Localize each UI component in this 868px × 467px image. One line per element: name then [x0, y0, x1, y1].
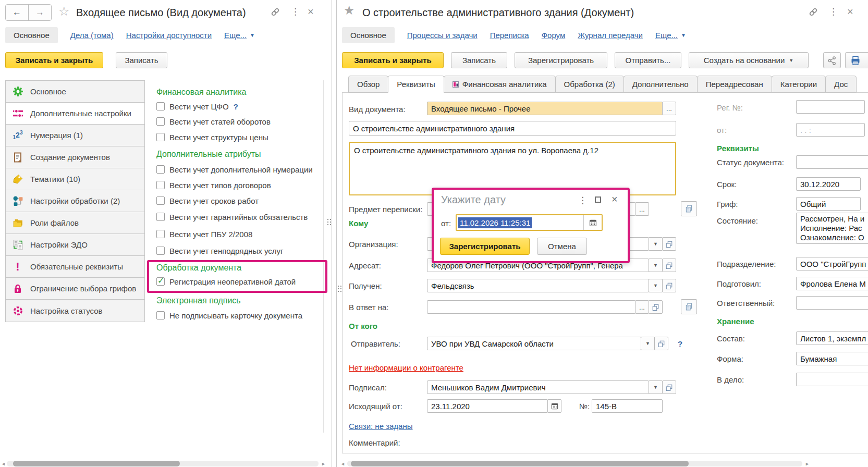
- sidebar-item-edo-settings[interactable]: Настройки ЭДО: [6, 234, 144, 256]
- close-window-icon[interactable]: ×: [308, 6, 314, 17]
- state-field[interactable]: Рассмотрен, На и Исполнение: Рас Ознаком…: [796, 213, 868, 244]
- outgoing-date-field[interactable]: 23.11.2020: [427, 399, 548, 413]
- checkbox-row[interactable]: Регистрация неоперативной датой: [156, 275, 296, 288]
- nav-link-transfer-log[interactable]: Журнал передачи: [578, 31, 643, 40]
- checkbox-row[interactable]: Вести учет статей оборотов: [156, 115, 271, 128]
- sender-help-link[interactable]: ?: [678, 339, 682, 348]
- signed-field[interactable]: Меньшиков Вадим Дмитриевич: [427, 380, 649, 394]
- h-scrollbar-thumb[interactable]: [13, 461, 180, 466]
- tab-requisites[interactable]: Реквизиты: [388, 76, 444, 93]
- grif-field[interactable]: Общий: [796, 197, 861, 211]
- more-menu-icon[interactable]: ⋮: [291, 7, 300, 16]
- no-contractor-link[interactable]: Нет информации о контрагенте: [349, 363, 463, 372]
- sidebar-item-doc-creation[interactable]: Создание документов: [6, 146, 144, 168]
- tab-finance[interactable]: Финансовая аналитика: [444, 76, 556, 93]
- sidebar-item-status-settings[interactable]: Настройка статусов: [6, 300, 144, 322]
- get-link-icon[interactable]: [270, 7, 280, 19]
- checkbox-unchecked-icon[interactable]: [156, 102, 165, 110]
- scroll-left-icon[interactable]: ◄: [340, 461, 345, 466]
- dialog-more-icon[interactable]: ⋮: [578, 196, 587, 205]
- save-close-button[interactable]: Записать и закрыть: [342, 52, 444, 68]
- in-reply-field[interactable]: [427, 300, 635, 314]
- received-dropdown-button[interactable]: ▼: [649, 279, 663, 292]
- save-button[interactable]: Записать: [451, 52, 507, 68]
- reg-number-field[interactable]: [796, 100, 865, 114]
- outgoing-number-field[interactable]: 145-В: [592, 399, 663, 413]
- checkbox-unchecked-icon[interactable]: [156, 133, 165, 141]
- dialog-close-icon[interactable]: ×: [612, 194, 618, 204]
- doc-title-field[interactable]: О строительстве административного здания: [349, 121, 676, 136]
- splitter-handle[interactable]: [338, 286, 341, 292]
- help-question-link[interactable]: ?: [234, 102, 238, 111]
- checkbox-unchecked-icon[interactable]: [156, 213, 165, 221]
- dialog-date-input[interactable]: 11.02.2026 11:25:31: [457, 217, 583, 228]
- checkbox-row[interactable]: Вести учет генподрядных услуг: [156, 244, 283, 257]
- close-window-icon[interactable]: ×: [847, 6, 853, 17]
- checkbox-unchecked-icon[interactable]: [156, 230, 165, 238]
- scroll-left-icon[interactable]: ◄: [1, 461, 6, 466]
- favorite-star-icon[interactable]: ☆: [58, 5, 70, 18]
- send-button[interactable]: Отправить...: [615, 52, 681, 68]
- favorite-star-filled-icon[interactable]: ★: [344, 4, 355, 17]
- sender-open-button[interactable]: [654, 337, 668, 350]
- splitter-handle[interactable]: [327, 219, 331, 225]
- register-button[interactable]: Зарегистрировать: [515, 52, 607, 68]
- doc-type-field[interactable]: Входящее письмо - Прочее: [427, 102, 663, 115]
- sidebar-item-main[interactable]: Основное: [6, 81, 144, 103]
- checkbox-unchecked-icon[interactable]: [156, 181, 165, 189]
- doc-type-select-button[interactable]: ...: [662, 102, 676, 115]
- subject-select-button[interactable]: ...: [635, 202, 649, 216]
- nav-more[interactable]: Еще... ▼: [655, 31, 686, 40]
- nav-link-processes[interactable]: Процессы и задачи: [407, 31, 478, 40]
- checkbox-row[interactable]: Вести учет сроков работ: [156, 194, 259, 207]
- nav-more[interactable]: Еще... ▼: [224, 31, 255, 40]
- more-menu-icon[interactable]: ⋮: [829, 7, 838, 16]
- h-scrollbar-thumb[interactable]: [351, 461, 689, 466]
- contents-field[interactable]: Листов 1, экземпл: [796, 331, 868, 345]
- checkbox-unchecked-icon[interactable]: [156, 247, 165, 255]
- reg-date-field[interactable]: . . :: [796, 123, 865, 137]
- checkbox-unchecked-icon[interactable]: [156, 165, 165, 174]
- organization-dropdown-button[interactable]: ▼: [649, 237, 663, 251]
- dialog-maximize-icon[interactable]: [595, 196, 601, 203]
- checkbox-unchecked-icon[interactable]: [156, 196, 165, 205]
- sidebar-item-topics[interactable]: Тематики (10): [6, 168, 144, 190]
- tab-additional[interactable]: Дополнительно: [624, 76, 698, 93]
- print-button[interactable]: [845, 52, 868, 68]
- due-date-field[interactable]: 30.12.2020: [796, 177, 861, 191]
- checkbox-row[interactable]: Вести учет ПБУ 2/2008: [156, 227, 252, 241]
- sidebar-item-numbering[interactable]: 123 Нумерация (1): [6, 125, 144, 146]
- back-button[interactable]: ←: [6, 5, 29, 20]
- signed-open-button[interactable]: [662, 380, 676, 394]
- nav-link-forum[interactable]: Форум: [542, 31, 566, 40]
- sidebar-item-required-fields[interactable]: ! Обязательные реквизиты: [6, 256, 144, 278]
- sender-dropdown-button[interactable]: ▼: [641, 337, 655, 350]
- nav-link-correspondence[interactable]: Переписка: [490, 31, 529, 40]
- subject-copy-button[interactable]: [681, 201, 697, 216]
- form-kind-field[interactable]: Бумажная: [796, 352, 868, 365]
- dialog-calendar-button[interactable]: [583, 215, 602, 230]
- sender-field[interactable]: УВО при УВД Самарской области: [427, 337, 641, 350]
- dialog-cancel-button[interactable]: Отмена: [537, 238, 587, 255]
- checkbox-unchecked-icon[interactable]: [156, 117, 165, 126]
- checkbox-row[interactable]: Вести учет дополнительной нумерации: [156, 163, 313, 176]
- scroll-right-icon[interactable]: ►: [805, 461, 810, 466]
- received-field[interactable]: Фельдсвязь: [427, 279, 649, 292]
- signed-dropdown-button[interactable]: ▼: [649, 380, 663, 394]
- nav-main-chip[interactable]: Основное: [5, 27, 58, 43]
- checkbox-row[interactable]: Вести учет структуры цены: [156, 130, 268, 144]
- tab-categories[interactable]: Категории: [772, 76, 826, 93]
- sidebar-item-additional-settings[interactable]: Дополнительные настройки: [6, 103, 144, 125]
- get-link-icon[interactable]: [808, 7, 818, 19]
- sidebar-item-file-roles[interactable]: Роли файлов: [6, 212, 144, 234]
- checkbox-row[interactable]: Не подписывать карточку документа: [156, 309, 302, 322]
- tab-access[interactable]: Дос: [825, 76, 857, 93]
- relations-link[interactable]: Связи: не заданы: [349, 422, 413, 431]
- tab-forwarded[interactable]: Переадресован: [697, 76, 772, 93]
- outgoing-calendar-button[interactable]: [547, 399, 561, 413]
- checkbox-row[interactable]: Вести учет типов договоров: [156, 178, 271, 192]
- sidebar-item-grif-restriction[interactable]: Ограничение выбора грифов: [6, 278, 144, 300]
- in-reply-open-button[interactable]: [649, 300, 663, 314]
- checkbox-unchecked-icon[interactable]: [156, 311, 165, 319]
- sidebar-item-processing-settings[interactable]: Настройки обработки (2): [6, 190, 144, 212]
